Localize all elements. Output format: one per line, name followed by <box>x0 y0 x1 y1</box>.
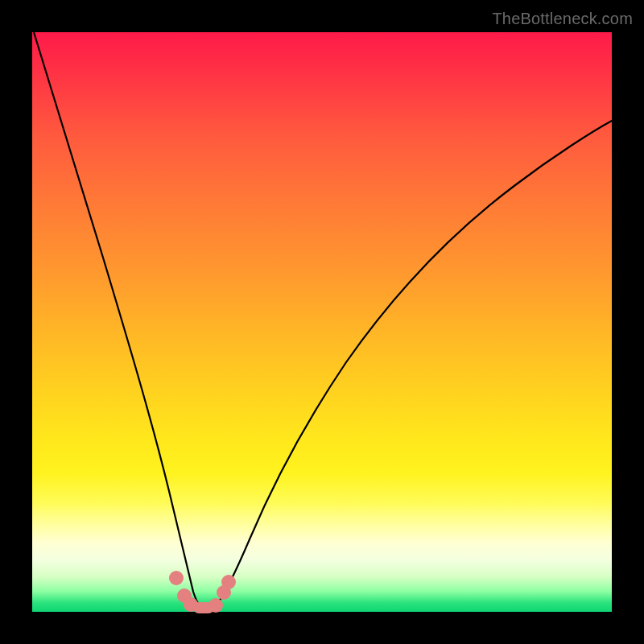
chart-frame: TheBottleneck.com <box>0 0 644 644</box>
marker-dot <box>221 575 236 589</box>
marker-dot <box>169 571 184 585</box>
marker-dot <box>208 598 223 613</box>
curve-svg <box>32 32 612 612</box>
plot-area <box>32 32 612 612</box>
watermark-text: TheBottleneck.com <box>492 10 633 28</box>
bottleneck-curve <box>34 32 612 609</box>
